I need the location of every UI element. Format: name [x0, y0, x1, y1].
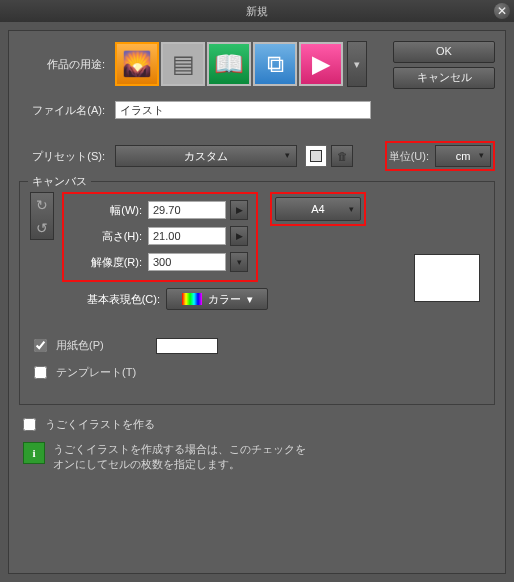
width-input[interactable] [148, 201, 226, 219]
resolution-menu-button[interactable]: ▾ [230, 252, 248, 272]
canvas-group-title: キャンバス [28, 174, 91, 189]
rotate-cw-icon: ↻ [36, 197, 48, 213]
resolution-label: 解像度(R): [72, 255, 148, 270]
titlebar: 新規 ✕ [0, 0, 514, 22]
width-label: 幅(W): [72, 203, 148, 218]
close-icon[interactable]: ✕ [494, 3, 510, 19]
save-preset-button[interactable] [305, 145, 327, 167]
resolution-input[interactable] [148, 253, 226, 271]
width-menu-button[interactable]: ▶ [230, 200, 248, 220]
template-checkbox[interactable] [34, 366, 47, 379]
delete-preset-button[interactable]: 🗑 [331, 145, 353, 167]
papercolor-label: 用紙色(P) [56, 338, 104, 353]
purpose-comic[interactable]: ▤ [161, 42, 205, 86]
basecolor-label: 基本表現色(C): [60, 292, 166, 307]
purpose-illustration[interactable]: 🌄 [115, 42, 159, 86]
animate-hint: うごくイラストを作成する場合は、このチェックをオンにしてセルの枚数を指定します。 [53, 442, 313, 473]
chevron-down-icon: ▾ [349, 204, 354, 214]
ok-button[interactable]: OK [393, 41, 495, 63]
purpose-print[interactable]: ⧉ [253, 42, 297, 86]
purpose-more-button[interactable]: ▾ [347, 41, 367, 87]
window-title: 新規 [246, 4, 268, 19]
canvas-preview [414, 254, 480, 302]
size-preset-value: A4 [311, 203, 324, 215]
height-label: 高さ(H): [72, 229, 148, 244]
purpose-animation[interactable]: ▶ [299, 42, 343, 86]
info-icon: i [23, 442, 45, 464]
height-menu-button[interactable]: ▶ [230, 226, 248, 246]
color-swatch-icon [182, 293, 202, 305]
preset-value: カスタム [184, 149, 228, 164]
papercolor-checkbox[interactable] [34, 339, 47, 352]
chevron-down-icon: ▾ [479, 150, 484, 160]
animate-label: うごくイラストを作る [45, 417, 155, 432]
basecolor-dropdown[interactable]: カラー ▾ [166, 288, 268, 310]
rotate-ccw-icon: ↺ [36, 220, 48, 236]
chevron-down-icon: ▾ [247, 293, 253, 306]
filename-label: ファイル名(A): [19, 103, 115, 118]
papercolor-swatch[interactable] [156, 338, 218, 354]
canvas-group: キャンバス ↻ ↺ 幅(W): ▶ 高さ(H): [19, 181, 495, 405]
purpose-label: 作品の用途: [19, 57, 115, 72]
orientation-toggle[interactable]: ↻ ↺ [30, 192, 54, 240]
chevron-down-icon: ▾ [285, 150, 290, 160]
animate-checkbox[interactable] [23, 418, 36, 431]
filename-input[interactable] [115, 101, 371, 119]
template-label: テンプレート(T) [56, 365, 136, 380]
purpose-book[interactable]: 📖 [207, 42, 251, 86]
unit-label: 単位(U): [389, 149, 429, 164]
unit-dropdown[interactable]: cm ▾ [435, 145, 491, 167]
cancel-button[interactable]: キャンセル [393, 67, 495, 89]
preset-label: プリセット(S): [19, 149, 115, 164]
height-input[interactable] [148, 227, 226, 245]
size-preset-dropdown[interactable]: A4 ▾ [275, 197, 361, 221]
basecolor-value: カラー [208, 292, 241, 307]
preset-dropdown[interactable]: カスタム ▾ [115, 145, 297, 167]
unit-value: cm [456, 150, 471, 162]
